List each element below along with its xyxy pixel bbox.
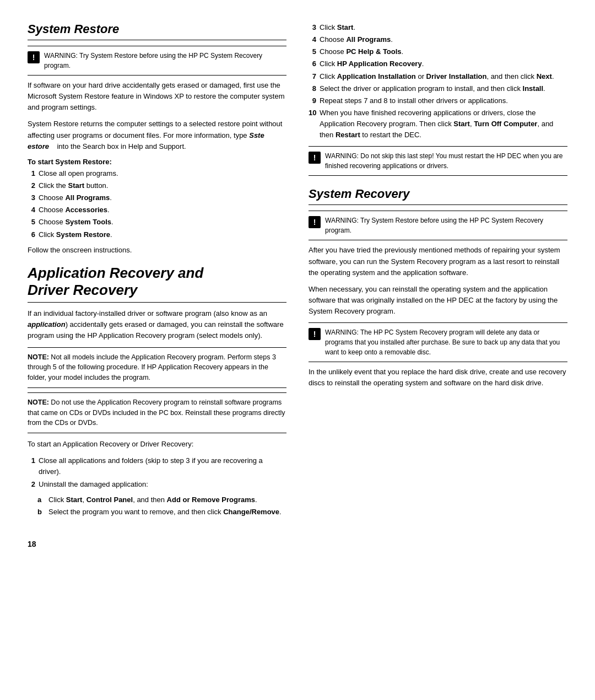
intro-para-1: If software on your hard drive accidenta… [28, 80, 286, 113]
sr-para-3: In the unlikely event that you replace t… [309, 367, 567, 389]
right-step-7: 7Click Application Installation or Drive… [309, 71, 567, 82]
sub-steps: a Click Start, Control Panel, and then A… [37, 494, 286, 518]
step-6: 6Click System Restore. [28, 229, 286, 240]
warning-text-1: WARNING: Try System Restore before using… [44, 51, 286, 71]
continued-steps: 3Click Start. 4Choose All Programs. 5Cho… [309, 22, 567, 141]
right-step-10: 10When you have finished recovering appl… [309, 107, 567, 141]
left-column: System Restore ! WARNING: Try System Res… [28, 22, 286, 548]
app-recovery-steps: 1Close all applications and folders (ski… [28, 455, 286, 489]
right-step-9: 9Repeat steps 7 and 8 to install other d… [309, 95, 567, 106]
warning-icon-dec: ! [309, 152, 321, 164]
step-4: 4Choose Accessories. [28, 204, 286, 216]
app-recovery-title: Application Recovery andDriver Recovery [28, 265, 286, 299]
follow-instructions: Follow the onscreen instructions. [28, 245, 286, 256]
page-number: 18 [28, 540, 286, 548]
sste-text: Sste estore [28, 131, 264, 150]
right-step-5: 5Choose PC Help & Tools. [309, 46, 567, 57]
sr-para-1: After you have tried the previously ment… [309, 245, 567, 278]
warning-text-dec: WARNING: Do not skip this last step! You… [325, 151, 567, 171]
right-step-8: 8Select the driver or application progra… [309, 83, 567, 94]
app-step-2: 2Uninstall the damaged application: [28, 479, 286, 490]
system-recovery-section: System Recovery ! WARNING: Try System Re… [309, 187, 567, 389]
sub-step-b: b Select the program you want to remove,… [37, 507, 286, 518]
to-start-subsection: To start System Restore: [28, 158, 286, 166]
system-restore-warning: ! WARNING: Try System Restore before usi… [28, 46, 286, 76]
step-1: 1Close all open programs. [28, 168, 286, 179]
system-recovery-warning-2: ! WARNING: The HP PC System Recovery pro… [309, 322, 567, 362]
system-recovery-warning-1: ! WARNING: Try System Restore before usi… [309, 211, 567, 240]
divider-3 [309, 204, 567, 205]
app-step-1: 1Close all applications and folders (ski… [28, 455, 286, 477]
divider-1 [28, 40, 286, 40]
divider-2 [28, 302, 286, 303]
sub-step-a: a Click Start, Control Panel, and then A… [37, 494, 286, 505]
step-2: 2Click the Start button. [28, 180, 286, 191]
system-restore-steps: 1Close all open programs. 2Click the Sta… [28, 168, 286, 240]
warning-icon-sr2: ! [309, 328, 321, 340]
right-column: 3Click Start. 4Choose All Programs. 5Cho… [309, 22, 567, 548]
right-step-4: 4Choose All Programs. [309, 34, 567, 45]
step-3: 3Choose All Programs. [28, 192, 286, 203]
step-5: 5Choose System Tools. [28, 217, 286, 228]
note-box-1: NOTE: Not all models include the Applica… [28, 347, 286, 388]
warning-icon-1: ! [28, 51, 40, 63]
sr-para-2: When necessary, you can reinstall the op… [309, 284, 567, 317]
app-recovery-intro: If an individual factory-installed drive… [28, 308, 286, 341]
right-step-6: 6Click HP Application Recovery. [309, 58, 567, 69]
warning-dec: ! WARNING: Do not skip this last step! Y… [309, 146, 567, 176]
warning-icon-sr1: ! [309, 216, 321, 228]
note-box-2: NOTE: Do not use the Application Recover… [28, 392, 286, 433]
warning-text-sr1: WARNING: Try System Restore before using… [325, 216, 567, 235]
system-restore-title: System Restore [28, 22, 286, 36]
right-step-3: 3Click Start. [309, 22, 567, 33]
app-recovery-section: Application Recovery andDriver Recovery … [28, 265, 286, 518]
warning-text-sr2: WARNING: The HP PC System Recovery progr… [325, 327, 567, 357]
system-recovery-title: System Recovery [309, 187, 567, 201]
system-restore-section: System Restore ! WARNING: Try System Res… [28, 22, 286, 256]
to-start-app-recovery: To start an Application Recovery or Driv… [28, 439, 286, 450]
intro-para-2: System Restore returns the computer sett… [28, 119, 286, 152]
